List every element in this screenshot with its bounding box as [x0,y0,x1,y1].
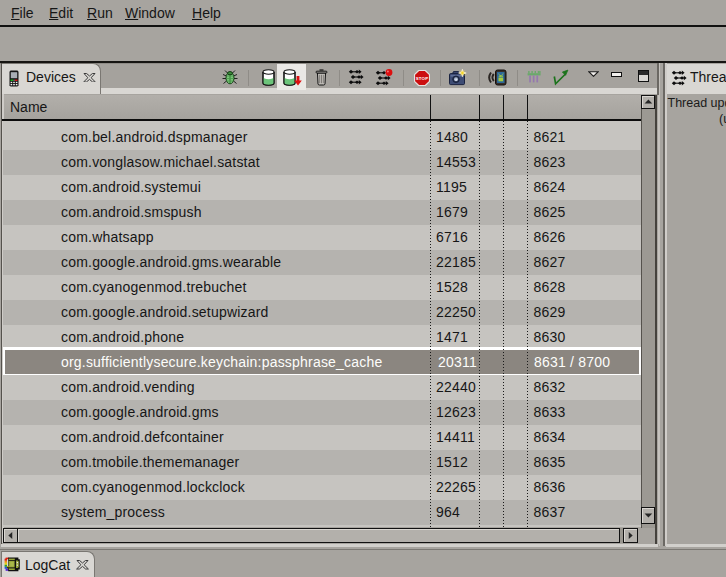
svg-text:STOP: STOP [416,75,429,80]
